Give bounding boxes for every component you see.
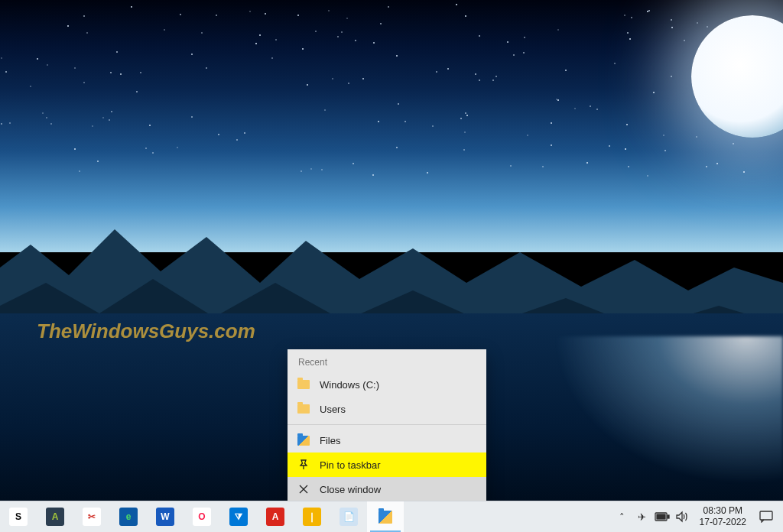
watermark-text: TheWindowsGuys.com	[37, 320, 255, 343]
jumplist-close-window[interactable]: Close window	[288, 477, 486, 501]
acrobat-icon: A	[266, 508, 284, 526]
word-icon: W	[156, 508, 174, 526]
jumplist-separator	[288, 424, 486, 425]
svg-rect-3	[760, 511, 772, 520]
snipping-icon: ✂	[83, 508, 101, 526]
clock-time: 08:30 PM	[700, 505, 746, 517]
jumplist-recent-item[interactable]: Users	[288, 397, 486, 421]
taskbar-app-doc[interactable]: ❘	[294, 501, 330, 532]
tray-overflow-chevron-icon[interactable]: ˄	[612, 501, 632, 532]
jumplist-item-label: Close window	[320, 484, 381, 495]
taskbar-app-vscode[interactable]: ⧩	[220, 501, 257, 532]
opera-icon: O	[193, 508, 211, 526]
taskbar-app-snipping[interactable]: ✂	[73, 501, 110, 532]
taskbar-app-edge[interactable]: e	[110, 501, 147, 532]
airplane-mode-icon[interactable]: ✈	[632, 501, 652, 532]
jumplist-pin-to-taskbar[interactable]: Pin to taskbar	[288, 453, 486, 477]
wallpaper-moon-reflection	[538, 336, 783, 497]
taskbar-app-android-studio[interactable]: A	[37, 501, 73, 532]
svp-icon: S	[9, 508, 28, 526]
jumplist-section-recent: Recent	[288, 349, 486, 372]
pin-icon	[297, 458, 310, 472]
taskbar: SA✂eWO⧩A❘📄 ˄ ✈ 08:30 PM 17-07-2022	[0, 501, 783, 532]
taskbar-app-notepad[interactable]: 📄	[330, 501, 367, 532]
file-explorer-icon	[297, 433, 310, 447]
svg-rect-2	[657, 514, 665, 519]
taskbar-app-file-explorer[interactable]	[367, 501, 404, 532]
taskbar-app-svp[interactable]: S	[0, 501, 37, 532]
taskbar-app-word[interactable]: W	[147, 501, 184, 532]
notepad-icon: 📄	[340, 508, 358, 526]
vscode-icon: ⧩	[229, 508, 248, 526]
jumplist-app-entry[interactable]: Files	[288, 428, 486, 453]
jumplist-item-label: Pin to taskbar	[320, 459, 381, 471]
jumplist-item-label: Files	[320, 435, 340, 446]
taskbar-clock[interactable]: 08:30 PM 17-07-2022	[692, 505, 754, 528]
volume-icon[interactable]	[672, 501, 692, 532]
clock-date: 17-07-2022	[700, 517, 746, 528]
jumplist-recent-item[interactable]: Windows (C:)	[288, 372, 486, 397]
taskbar-app-acrobat[interactable]: A	[257, 501, 294, 532]
folder-icon	[297, 378, 310, 391]
jumplist-item-label: Windows (C:)	[320, 379, 379, 391]
taskbar-app-opera[interactable]: O	[184, 501, 220, 532]
folder-icon	[297, 402, 310, 416]
android-studio-icon: A	[46, 508, 64, 526]
taskbar-pinned-apps: SA✂eWO⧩A❘📄	[0, 501, 404, 532]
jumplist: Recent Windows (C:) Users Files Pin to t…	[288, 349, 486, 501]
doc-icon: ❘	[303, 508, 321, 526]
jumplist-item-label: Users	[320, 404, 346, 415]
action-center-icon[interactable]	[754, 501, 778, 532]
svg-rect-1	[668, 515, 669, 518]
battery-icon[interactable]	[652, 501, 672, 532]
edge-icon: e	[119, 508, 138, 526]
system-tray: ˄ ✈ 08:30 PM 17-07-2022	[612, 501, 783, 532]
close-icon	[297, 482, 310, 496]
file-explorer-icon	[379, 510, 392, 524]
